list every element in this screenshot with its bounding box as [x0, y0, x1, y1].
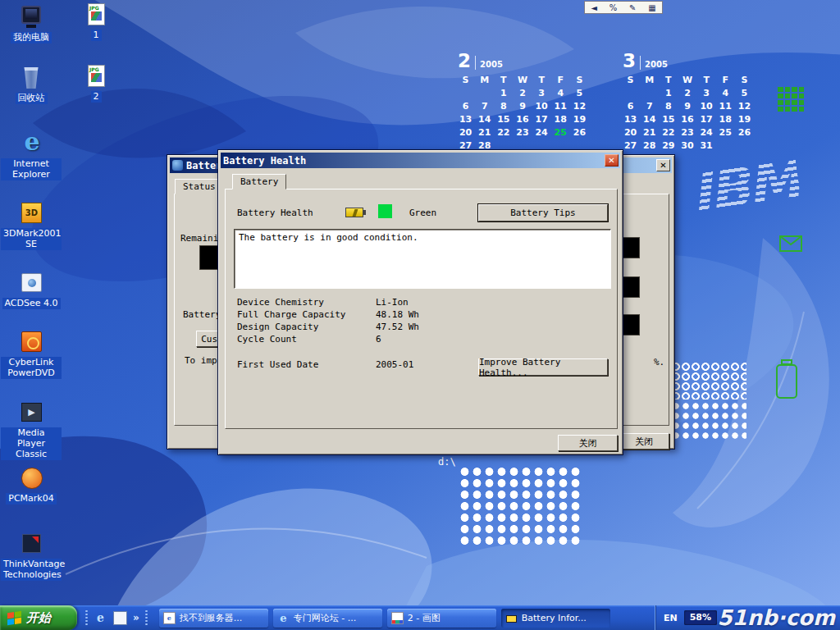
pen-icon[interactable]: ✎ — [629, 3, 636, 12]
speaker-icon[interactable]: ◄ — [591, 3, 597, 12]
calendar-day: 23 — [513, 127, 532, 138]
percent-icon[interactable]: % — [609, 3, 618, 12]
task-button-server-not-found[interactable]: e 找不到服务器... — [159, 609, 268, 628]
battery-health-window: Battery Health ✕ Battery Battery Health … — [217, 149, 623, 455]
jpg-file-icon: JPG — [82, 2, 110, 27]
task-button-forum[interactable]: e 专门网论坛 - ... — [273, 609, 382, 628]
calendar-day: 10 — [532, 101, 551, 112]
calendar-day: 29 — [659, 140, 678, 151]
calendar-day: 22 — [659, 127, 678, 138]
desktop: IBM d:\ ◄ % ✎ ▦ 2 2005 SMTWTFS 12345 678… — [0, 0, 840, 630]
close-icon[interactable]: ✕ — [656, 159, 670, 171]
calendar-day: 6 — [456, 101, 475, 112]
day-header: F — [551, 75, 570, 85]
calendar-day: 23 — [678, 127, 696, 138]
desktop-icon-acdsee[interactable]: ACDSee 4.0 — [0, 271, 62, 309]
icon-label: 3DMark2001 SE — [1, 228, 62, 250]
tab-status[interactable]: Status — [175, 179, 224, 194]
calendar-day: 7 — [640, 101, 659, 112]
icon-label: ThinkVantage Technologies — [1, 559, 62, 581]
battery-task-icon — [505, 612, 518, 624]
chevron-more-icon[interactable]: » — [133, 612, 139, 623]
ie-quicklaunch-icon[interactable]: e — [94, 611, 107, 625]
window-title: Battery Health — [223, 155, 306, 167]
ie-icon — [17, 131, 45, 156]
calendar-day: 25 — [716, 127, 735, 138]
calendar-month: 2 — [458, 52, 471, 71]
grid-icon — [778, 87, 804, 112]
health-label: Battery Health — [237, 208, 313, 218]
language-indicator[interactable]: EN — [664, 613, 678, 623]
calendar-day — [475, 88, 494, 98]
close-icon[interactable]: ✕ — [605, 154, 619, 167]
taskbar: 开始 e » e 找不到服务器... e 专门网论坛 - ... 2 - 画图 … — [0, 605, 840, 630]
pcmark-icon — [17, 466, 45, 491]
windows-flag-icon — [7, 610, 21, 624]
calendar-day: 2 — [513, 88, 532, 98]
quick-launch: e » — [77, 605, 154, 630]
desktop-icon-3dmark2001[interactable]: 3DMark2001 SE — [0, 201, 62, 250]
ie-icon: e — [277, 612, 290, 624]
recycle-bin-icon — [17, 66, 45, 90]
calendar-day: 31 — [697, 140, 716, 151]
calendar-day — [456, 88, 475, 98]
jpg-file-icon: JPG — [82, 64, 110, 89]
calendar-divider — [475, 56, 476, 70]
calendar-day: 11 — [551, 101, 570, 112]
calendar-day: 21 — [640, 127, 659, 138]
start-button[interactable]: 开始 — [0, 605, 77, 630]
task-button-battery-information[interactable]: Battery Infor... — [501, 609, 610, 628]
desktop-icon-media-player-classic[interactable]: Media Player Classic — [0, 400, 62, 460]
desktop-icon-powerdvd[interactable]: CyberLink PowerDVD — [0, 330, 62, 379]
desktop-icon-pcmark04[interactable]: PCMark04 — [0, 466, 62, 504]
ie-page-icon: e — [163, 612, 176, 624]
desktop-icon-internet-explorer[interactable]: Internet Explorer — [0, 131, 62, 180]
status-color-swatch — [378, 204, 392, 218]
day-header: W — [678, 75, 696, 85]
field-value: 48.18 Wh — [376, 309, 419, 320]
calendar-day: 14 — [475, 114, 494, 125]
desktop-file-2[interactable]: JPG 2 — [72, 64, 120, 103]
calendar-day: 16 — [678, 114, 696, 125]
toolbar-handle[interactable] — [85, 609, 88, 626]
task-button-paint[interactable]: 2 - 画图 — [387, 609, 496, 628]
calendar-day: 7 — [475, 101, 494, 112]
title-bar[interactable]: Battery Health ✕ — [221, 153, 620, 168]
percent-text: %. — [654, 357, 664, 368]
toolbar-handle[interactable] — [145, 609, 148, 626]
icon-label: Internet Explorer — [1, 158, 62, 180]
calendar-day: 15 — [659, 114, 678, 125]
day-header: T — [697, 75, 716, 85]
desktop-file-1[interactable]: JPG 1 — [72, 2, 120, 41]
keyboard-icon[interactable]: ▦ — [648, 3, 655, 12]
desktop-icon-recycle-bin[interactable]: 回收站 — [0, 66, 62, 104]
improve-battery-health-button[interactable]: Improve Battery Health... — [478, 358, 608, 376]
calendar-day: 26 — [570, 127, 589, 138]
calendar-day: 26 — [735, 127, 754, 138]
battery-icon — [345, 208, 363, 217]
battery-tips-button[interactable]: Battery Tips — [478, 204, 608, 221]
calendar-year: 2005 — [645, 60, 668, 71]
wallpaper-tray-widget: ◄ % ✎ ▦ — [584, 1, 663, 14]
document-quicklaunch-icon[interactable] — [113, 611, 127, 625]
day-header: T — [659, 75, 678, 85]
first-used-value: 2005-01 — [376, 359, 413, 370]
calendar-day — [735, 140, 754, 151]
start-label: 开始 — [26, 610, 51, 626]
tab-battery[interactable]: Battery — [232, 174, 286, 189]
jpg-badge: JPG — [89, 5, 99, 11]
my-computer-icon — [17, 5, 45, 30]
calendar-day: 17 — [532, 114, 551, 125]
calendar-day: 18 — [551, 114, 570, 125]
close-button[interactable]: 关闭 — [558, 435, 618, 451]
calendar-day: 9 — [678, 101, 696, 112]
day-header: M — [475, 75, 494, 85]
battery-tray-badge[interactable]: 58% — [684, 610, 717, 625]
field-label: Full Charge Capacity — [237, 309, 345, 320]
status-text: Green — [409, 208, 436, 218]
close-button[interactable]: 关闭 — [619, 433, 669, 450]
condition-textbox[interactable]: The battery is in good condition. — [234, 229, 611, 289]
desktop-icon-thinkvantage[interactable]: ThinkVantage Technologies — [0, 532, 62, 581]
desktop-icon-my-computer[interactable]: 我的电脑 — [0, 5, 62, 43]
calendar-day: 11 — [716, 101, 735, 112]
